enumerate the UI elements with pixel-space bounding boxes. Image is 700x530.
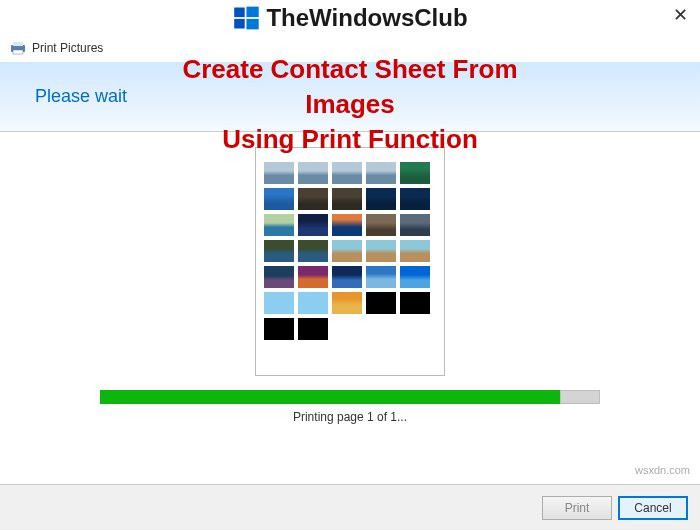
thumbnail bbox=[366, 188, 396, 210]
thumbnail bbox=[298, 240, 328, 262]
progress-remainder bbox=[560, 390, 600, 404]
progress-bar bbox=[100, 390, 600, 404]
thumbnail bbox=[264, 214, 294, 236]
preview-area: Printing page 1 of 1... bbox=[0, 132, 700, 432]
thumbnail bbox=[264, 162, 294, 184]
thumbnail bbox=[298, 188, 328, 210]
thumbnail bbox=[298, 266, 328, 288]
thumbnail bbox=[366, 292, 396, 314]
svg-rect-3 bbox=[246, 19, 258, 30]
progress-fill bbox=[100, 390, 560, 404]
print-button: Print bbox=[542, 496, 612, 520]
thumbnail bbox=[332, 188, 362, 210]
svg-rect-6 bbox=[13, 50, 23, 54]
thumbnail bbox=[366, 214, 396, 236]
thumbnail bbox=[400, 240, 430, 262]
thumbnail bbox=[298, 162, 328, 184]
thumbnail bbox=[264, 240, 294, 262]
please-wait-heading: Please wait bbox=[0, 62, 700, 132]
thumbnail bbox=[298, 292, 328, 314]
close-icon[interactable]: ✕ bbox=[673, 4, 688, 26]
thumbnail bbox=[332, 240, 362, 262]
thumbnail bbox=[332, 162, 362, 184]
thumbnail bbox=[264, 292, 294, 314]
thumbnail bbox=[400, 188, 430, 210]
thumbnail bbox=[366, 266, 396, 288]
brand-name: TheWindowsClub bbox=[266, 4, 467, 32]
thumbnail bbox=[264, 266, 294, 288]
svg-rect-1 bbox=[246, 7, 258, 18]
brand-logo: TheWindowsClub bbox=[232, 4, 467, 32]
window-title-text: Print Pictures bbox=[32, 41, 103, 55]
thumbnail bbox=[400, 162, 430, 184]
thumbnail bbox=[298, 318, 328, 340]
thumbnail bbox=[366, 240, 396, 262]
windows-flag-icon bbox=[232, 4, 260, 32]
watermark-text: wsxdn.com bbox=[635, 464, 690, 476]
thumbnail bbox=[332, 292, 362, 314]
progress-status-text: Printing page 1 of 1... bbox=[0, 410, 700, 424]
thumbnail bbox=[264, 188, 294, 210]
thumbnail bbox=[298, 214, 328, 236]
thumbnail bbox=[332, 214, 362, 236]
svg-rect-2 bbox=[234, 19, 245, 29]
print-pictures-icon bbox=[10, 40, 26, 56]
thumbnail bbox=[400, 266, 430, 288]
dialog-footer: Print Cancel bbox=[0, 484, 700, 530]
svg-rect-5 bbox=[13, 42, 23, 46]
thumbnail bbox=[366, 162, 396, 184]
thumbnail bbox=[332, 266, 362, 288]
thumbnail bbox=[264, 318, 294, 340]
cancel-button[interactable]: Cancel bbox=[618, 496, 688, 520]
thumbnail bbox=[400, 292, 430, 314]
contact-sheet-preview bbox=[255, 147, 445, 376]
window-title-bar: Print Pictures bbox=[0, 32, 700, 62]
thumbnail bbox=[400, 214, 430, 236]
svg-rect-0 bbox=[234, 8, 245, 18]
